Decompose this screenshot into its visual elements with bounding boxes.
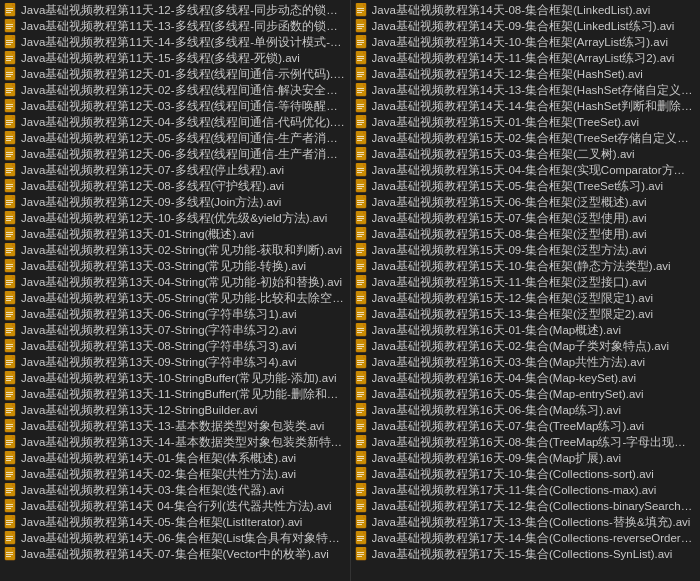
list-item[interactable]: Java基础视频教程第16天-03-集合(Map共性方法).avi xyxy=(351,354,701,370)
list-item[interactable]: Java基础视频教程第16天-04-集合(Map-keySet).avi xyxy=(351,370,701,386)
file-name: Java基础视频教程第12天-01-多线程(线程间通信-示例代码).avi xyxy=(21,66,346,82)
list-item[interactable]: Java基础视频教程第15天-05-集合框架(TreeSet练习).avi xyxy=(351,178,701,194)
svg-rect-311 xyxy=(357,268,362,269)
list-item[interactable]: Java基础视频教程第15天-09-集合框架(泛型方法).avi xyxy=(351,242,701,258)
list-item[interactable]: Java基础视频教程第15天-03-集合框架(二叉树).avi xyxy=(351,146,701,162)
list-item[interactable]: Java基础视频教程第13天-09-String(字符串练习4).avi xyxy=(0,354,350,370)
list-item[interactable]: Java基础视频教程第13天-12-StringBuilder.avi xyxy=(0,402,350,418)
list-item[interactable]: Java基础视频教程第14天-05-集合框架(ListIterator).avi xyxy=(0,514,350,530)
list-item[interactable]: Java基础视频教程第13天-14-基本数据类型对象包装类新特性.avi xyxy=(0,434,350,450)
svg-rect-364 xyxy=(357,410,364,411)
list-item[interactable]: Java基础视频教程第16天-02-集合(Map子类对象特点).avi xyxy=(351,338,701,354)
list-item[interactable]: Java基础视频教程第12天-05-多线程(线程间通信-生产者消费者).avi xyxy=(0,130,350,146)
list-item[interactable]: Java基础视频教程第15天-01-集合框架(TreeSet).avi xyxy=(351,114,701,130)
svg-rect-341 xyxy=(357,348,362,349)
list-item[interactable]: Java基础视频教程第14天-07-集合框架(Vector中的枚举).avi xyxy=(0,546,350,562)
list-item[interactable]: Java基础视频教程第16天-06-集合(Map练习).avi xyxy=(351,402,701,418)
file-name: Java基础视频教程第13天-04-String(常见功能-初始和替换).avi xyxy=(21,274,342,290)
file-icon xyxy=(355,83,369,97)
list-item[interactable]: Java基础视频教程第14天-10-集合框架(ArrayList练习).avi xyxy=(351,34,701,50)
list-item[interactable]: Java基础视频教程第14天-03-集合框架(迭代器).avi xyxy=(0,482,350,498)
list-item[interactable]: Java基础视频教程第11天-14-多线程(多线程-单例设计模式-懒汉式).av… xyxy=(0,34,350,50)
svg-rect-57 xyxy=(6,152,13,153)
list-item[interactable]: Java基础视频教程第13天-10-StringBuffer(常见功能-添加).… xyxy=(0,370,350,386)
list-item[interactable]: Java基础视频教程第15天-07-集合框架(泛型使用).avi xyxy=(351,210,701,226)
list-item[interactable]: Java基础视频教程第15天-02-集合框架(TreeSet存储自定义对象).a… xyxy=(351,130,701,146)
list-item[interactable]: Java基础视频教程第15天-04-集合框架(实现Comparator方式排序)… xyxy=(351,162,701,178)
list-item[interactable]: Java基础视频教程第17天-13-集合(Collections-替换&填充).… xyxy=(351,514,701,530)
svg-rect-71 xyxy=(6,188,11,189)
list-item[interactable]: Java基础视频教程第14天-06-集合框架(List集合具有对象特点).avi xyxy=(0,530,350,546)
svg-rect-130 xyxy=(6,346,13,347)
svg-rect-369 xyxy=(357,424,364,425)
list-item[interactable]: Java基础视频教程第14天-01-集合框架(体系概述).avi xyxy=(0,450,350,466)
list-item[interactable]: Java基础视频教程第15天-13-集合框架(泛型限定2).avi xyxy=(351,306,701,322)
list-item[interactable]: Java基础视频教程第17天-15-集合(Collections-SynList… xyxy=(351,546,701,562)
list-item[interactable]: Java基础视频教程第13天-05-String(常见功能-比较和去除空格).a… xyxy=(0,290,350,306)
svg-rect-351 xyxy=(357,376,364,377)
svg-rect-261 xyxy=(357,136,364,137)
list-item[interactable]: Java基础视频教程第14天-11-集合框架(ArrayList练习2).avi xyxy=(351,50,701,66)
list-item[interactable]: Java基础视频教程第11天-12-多线程(多线程-同步动态的锁是this).a… xyxy=(0,2,350,18)
list-item[interactable]: Java基础视频教程第14天 04-集合行列(迭代器共性方法).avi xyxy=(0,498,350,514)
list-item[interactable]: Java基础视频教程第14天-02-集合框架(共性方法).avi xyxy=(0,466,350,482)
list-item[interactable]: Java基础视频教程第16天-05-集合(Map-entrySet).avi xyxy=(351,386,701,402)
list-item[interactable]: Java基础视频教程第12天-04-多线程(线程间通信-代码优化).avi xyxy=(0,114,350,130)
list-item[interactable]: Java基础视频教程第16天-07-集合(TreeMap练习).avi xyxy=(351,418,701,434)
list-item[interactable]: Java基础视频教程第14天-14-集合框架(HashSet判断和删除的依据).… xyxy=(351,98,701,114)
list-item[interactable]: Java基础视频教程第12天-08-多线程(守护线程).avi xyxy=(0,178,350,194)
list-item[interactable]: Java基础视频教程第12天-03-多线程(线程间通信-等待唤醒机制).avi xyxy=(0,98,350,114)
list-item[interactable]: Java基础视频教程第16天-08-集合(TreeMap练习-字母出现的次数).… xyxy=(351,434,701,450)
list-item[interactable]: Java基础视频教程第12天-10-多线程(优先级&yield方法).avi xyxy=(0,210,350,226)
list-item[interactable]: Java基础视频教程第15天-08-集合框架(泛型使用).avi xyxy=(351,226,701,242)
file-icon xyxy=(4,435,18,449)
svg-rect-124 xyxy=(6,330,13,331)
list-item[interactable]: Java基础视频教程第17天-10-集合(Collections-sort).a… xyxy=(351,466,701,482)
list-item[interactable]: Java基础视频教程第16天-09-集合(Map扩展).avi xyxy=(351,450,701,466)
list-item[interactable]: Java基础视频教程第14天-08-集合框架(LinkedList).avi xyxy=(351,2,701,18)
list-item[interactable]: Java基础视频教程第15天-12-集合框架(泛型限定1).avi xyxy=(351,290,701,306)
svg-rect-29 xyxy=(6,76,11,77)
svg-rect-232 xyxy=(357,58,364,59)
list-item[interactable]: Java基础视频教程第13天-04-String(常见功能-初始和替换).avi xyxy=(0,274,350,290)
list-item[interactable]: Java基础视频教程第12天-01-多线程(线程间通信-示例代码).avi xyxy=(0,66,350,82)
list-item[interactable]: Java基础视频教程第13天-07-String(字符串练习2).avi xyxy=(0,322,350,338)
list-item[interactable]: Java基础视频教程第17天-14-集合(Collections-reverse… xyxy=(351,530,701,546)
list-item[interactable]: Java基础视频教程第11天-15-多线程(多线程-死锁).avi xyxy=(0,50,350,66)
list-item[interactable]: Java基础视频教程第15天-10-集合框架(静态方法类型).avi xyxy=(351,258,701,274)
svg-rect-183 xyxy=(6,488,13,489)
svg-rect-309 xyxy=(357,264,364,265)
list-item[interactable]: Java基础视频教程第13天-03-String(常见功能-转换).avi xyxy=(0,258,350,274)
list-item[interactable]: Java基础视频教程第12天-07-多线程(停止线程).avi xyxy=(0,162,350,178)
list-item[interactable]: Java基础视频教程第17天-11-集合(Collections-max).av… xyxy=(351,482,701,498)
svg-rect-381 xyxy=(357,456,364,457)
list-item[interactable]: Java基础视频教程第13天-01-String(概述).avi xyxy=(0,226,350,242)
list-item[interactable]: Java基础视频教程第12天-09-多线程(Join方法).avi xyxy=(0,194,350,210)
file-name: Java基础视频教程第12天-02-多线程(线程间通信-解决安全问题).avi xyxy=(21,82,346,98)
file-name: Java基础视频教程第11天-12-多线程(多线程-同步动态的锁是this).a… xyxy=(21,2,346,18)
svg-rect-106 xyxy=(6,282,13,283)
list-item[interactable]: Java基础视频教程第12天-02-多线程(线程间通信-解决安全问题).avi xyxy=(0,82,350,98)
svg-rect-154 xyxy=(6,410,13,411)
svg-rect-196 xyxy=(6,522,13,523)
list-item[interactable]: Java基础视频教程第12天-06-多线程(线程间通信-生产者消费者JDK5.0… xyxy=(0,146,350,162)
list-item[interactable]: Java基础视频教程第13天-08-String(字符串练习3).avi xyxy=(0,338,350,354)
list-item[interactable]: Java基础视频教程第15天-06-集合框架(泛型概述).avi xyxy=(351,194,701,210)
list-item[interactable]: Java基础视频教程第13天-11-StringBuffer(常见功能-删除和修… xyxy=(0,386,350,402)
list-item[interactable]: Java基础视频教程第13天-13-基本数据类型对象包装类.avi xyxy=(0,418,350,434)
list-item[interactable]: Java基础视频教程第14天-09-集合框架(LinkedList练习).avi xyxy=(351,18,701,34)
list-item[interactable]: Java基础视频教程第15天-11-集合框架(泛型接口).avi xyxy=(351,274,701,290)
file-icon xyxy=(355,35,369,49)
list-item[interactable]: Java基础视频教程第16天-01-集合(Map概述).avi xyxy=(351,322,701,338)
list-item[interactable]: Java基础视频教程第17天-12-集合(Collections-binaryS… xyxy=(351,498,701,514)
list-item[interactable]: Java基础视频教程第14天-13-集合框架(HashSet存储自定义对象).a… xyxy=(351,82,701,98)
file-name: Java基础视频教程第13天-05-String(常见功能-比较和去除空格).a… xyxy=(21,290,346,306)
svg-rect-233 xyxy=(357,60,362,61)
list-item[interactable]: Java基础视频教程第14天-12-集合框架(HashSet).avi xyxy=(351,66,701,82)
svg-rect-82 xyxy=(6,218,13,219)
list-item[interactable]: Java基础视频教程第13天-06-String(字符串练习1).avi xyxy=(0,306,350,322)
svg-rect-16 xyxy=(6,42,13,43)
list-item[interactable]: Java基础视频教程第11天-13-多线程(多线程-同步函数的锁是Class对象… xyxy=(0,18,350,34)
svg-rect-197 xyxy=(6,524,11,525)
list-item[interactable]: Java基础视频教程第13天-02-String(常见功能-获取和判断).avi xyxy=(0,242,350,258)
